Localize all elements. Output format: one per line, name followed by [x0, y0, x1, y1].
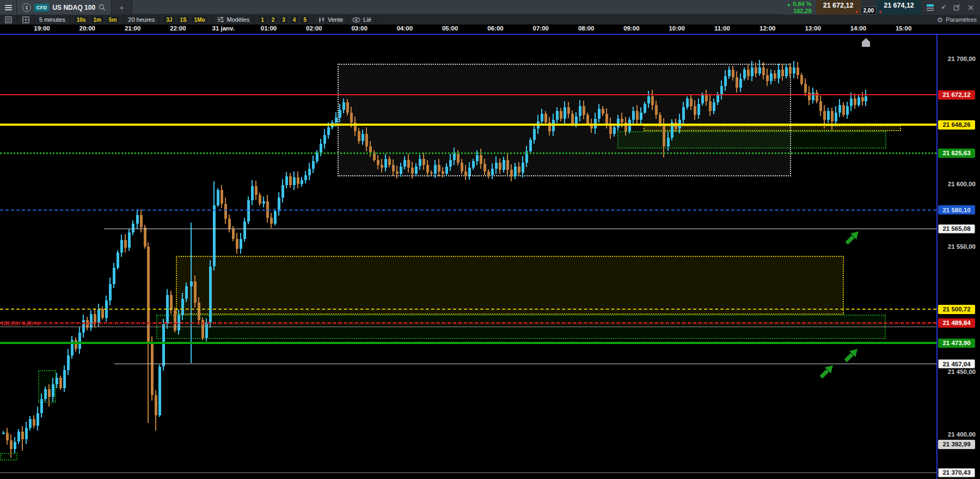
candle — [777, 70, 780, 78]
template-number-button[interactable]: 3 — [280, 16, 287, 23]
price-level-line[interactable] — [0, 472, 936, 473]
candle — [762, 67, 765, 75]
candle — [457, 154, 460, 163]
candle — [831, 111, 834, 121]
candle — [40, 399, 43, 413]
open-in-window-icon[interactable] — [953, 3, 961, 11]
linked-button[interactable]: Lié — [363, 16, 371, 23]
candle — [605, 114, 608, 124]
price-chart[interactable]: 182,28 / 0,85 % — [0, 35, 936, 479]
settings-label: Paramètres — [946, 16, 977, 23]
candle — [518, 167, 520, 173]
interval-select[interactable]: 5 minutes — [39, 16, 65, 23]
template-number-button[interactable]: 4 — [291, 16, 298, 23]
price-level-line[interactable] — [0, 327, 936, 327]
candle — [56, 378, 58, 384]
candle — [586, 115, 589, 124]
trend-arrow-up-right[interactable] — [844, 230, 860, 248]
trend-arrow-up-right[interactable] — [843, 347, 859, 366]
menu-button[interactable] — [0, 0, 17, 15]
candle — [564, 107, 566, 119]
supply-zone-yellow[interactable] — [176, 256, 844, 315]
time-axis[interactable]: 19:0020:0021:0022:0031 janv.01:0002:0003… — [0, 24, 980, 35]
time-label: 15:00 — [885, 25, 923, 32]
candle — [101, 309, 104, 318]
template-number-button[interactable]: 2 — [270, 16, 277, 23]
candle — [556, 111, 559, 120]
price-level-line[interactable] — [0, 152, 936, 154]
quick-interval-button[interactable]: 1m — [91, 16, 103, 23]
candle — [472, 161, 475, 168]
candle — [804, 84, 807, 93]
price-level-line[interactable] — [0, 124, 936, 126]
price-level-line[interactable] — [104, 229, 936, 229]
change-percent: 0,84 % — [793, 1, 811, 7]
candle — [541, 114, 543, 121]
candle — [701, 95, 704, 103]
list-icon[interactable] — [4, 16, 13, 24]
price-level-line[interactable] — [0, 342, 936, 344]
templates-button[interactable]: Modèles — [227, 16, 250, 23]
sell-tool-button[interactable]: Vente — [328, 16, 343, 23]
search-icon[interactable] — [99, 4, 106, 11]
candle — [808, 93, 811, 100]
candle — [857, 97, 860, 105]
candle — [434, 165, 437, 174]
quick-interval-buttons: 10s1m5m — [70, 15, 124, 24]
candle — [422, 159, 425, 165]
collapse-icon[interactable] — [939, 3, 947, 11]
layers-icon[interactable] — [927, 4, 934, 11]
time-label: 04:00 — [385, 25, 424, 32]
candle — [124, 240, 127, 248]
template-number-button[interactable]: 5 — [301, 16, 309, 23]
candle — [2, 433, 5, 434]
retest-zone-yellow[interactable] — [644, 125, 901, 132]
candle — [583, 106, 585, 115]
candle — [144, 228, 146, 247]
candle — [128, 232, 131, 248]
candle — [327, 127, 330, 135]
settings-button[interactable]: ⚙ Paramètres — [936, 15, 977, 24]
time-label: 05:00 — [431, 25, 469, 32]
template-number-button[interactable]: 1 — [259, 16, 266, 23]
candle — [716, 95, 719, 102]
change-absolute: 182,28 — [793, 8, 812, 14]
instrument-tab[interactable]: 1 CFD US NDAQ 100 — [17, 0, 112, 15]
candle — [632, 111, 635, 120]
grid-layout-icon[interactable] — [22, 16, 30, 24]
trend-arrow-up-right[interactable] — [818, 364, 835, 382]
price-axis[interactable]: 21 700,0021 600,0021 550,0021 450,0021 4… — [936, 35, 980, 479]
candle — [6, 433, 9, 440]
candle — [247, 200, 250, 222]
minor-zone-green-2[interactable] — [0, 453, 17, 460]
candle — [17, 432, 20, 441]
quick-lookback-button[interactable]: 3J — [164, 16, 174, 23]
sell-price-button[interactable]: 21 672,12 ▼ — [816, 0, 861, 15]
quick-interval-button[interactable]: 10s — [75, 16, 88, 23]
buy-price-button[interactable]: ▼ 21 674,12 — [877, 0, 921, 15]
candle — [232, 229, 235, 239]
candle — [621, 119, 623, 122]
candle — [461, 163, 463, 171]
candle — [636, 111, 639, 120]
price-level-line[interactable] — [0, 323, 936, 324]
lookback-select[interactable]: 20 heures — [128, 16, 155, 23]
price-badge-yellow: 21 500,72 — [938, 305, 975, 314]
candle — [770, 73, 773, 81]
demand-zone-green-high[interactable] — [617, 131, 886, 149]
candle — [667, 138, 670, 146]
price-level-line[interactable] — [0, 210, 936, 211]
quick-lookback-button[interactable]: 1Mo — [192, 16, 207, 23]
price-badge-white: 21 370,43 — [938, 468, 975, 477]
price-level-line[interactable] — [0, 94, 936, 95]
price-level-line[interactable] — [0, 309, 936, 310]
price-level-line[interactable] — [114, 364, 936, 364]
add-chart-tab-button[interactable]: + — [112, 0, 132, 15]
quick-lookback-button[interactable]: 1S — [177, 16, 188, 23]
quick-interval-button[interactable]: 5m — [107, 16, 119, 23]
close-icon[interactable] — [966, 3, 975, 11]
candle — [48, 389, 51, 397]
candle — [185, 286, 188, 299]
candle — [346, 102, 349, 112]
price-badge-green: 21 473,90 — [938, 339, 975, 348]
